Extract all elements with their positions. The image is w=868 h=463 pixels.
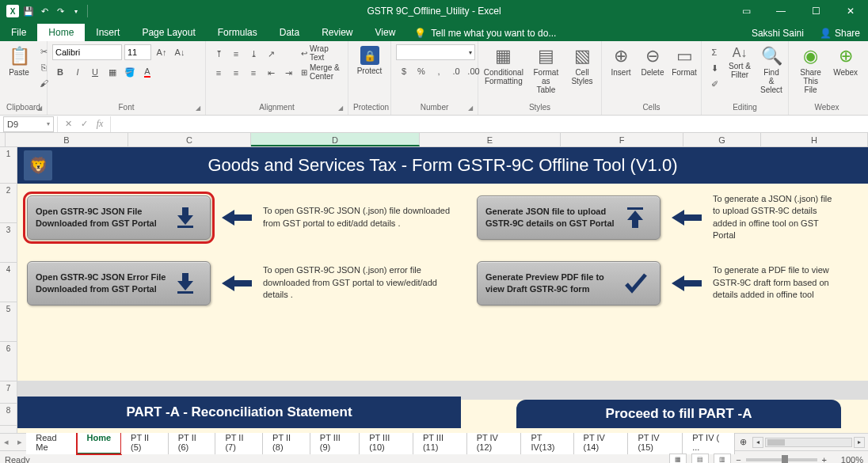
align-right-icon[interactable]: ≡	[246, 65, 261, 81]
dialog-launcher-icon[interactable]: ◢	[196, 104, 200, 112]
zoom-slider[interactable]	[746, 458, 817, 461]
sheet-tab[interactable]: PT III (10)	[360, 431, 413, 454]
maximize-icon[interactable]: ☐	[798, 0, 833, 22]
currency-icon[interactable]: $	[396, 63, 412, 79]
formula-bar[interactable]	[111, 116, 868, 132]
ribbon-tab-view[interactable]: View	[364, 24, 407, 41]
page-layout-view-icon[interactable]: ▤	[691, 454, 709, 464]
increase-indent-icon[interactable]: ⇥	[280, 65, 296, 81]
action-button[interactable]: Generate Preview PDF file to view Draft …	[477, 261, 661, 306]
sheet-tab[interactable]: Home	[77, 431, 121, 454]
ribbon-tab-review[interactable]: Review	[310, 24, 364, 41]
paste-button[interactable]: 📋 Paste	[5, 44, 33, 78]
clear-icon[interactable]: ✐	[706, 76, 722, 92]
merge-center-button[interactable]: ⊞Merge & Center	[301, 63, 343, 81]
align-left-icon[interactable]: ≡	[211, 65, 227, 81]
italic-icon[interactable]: I	[70, 64, 86, 80]
ribbon-tab-page-layout[interactable]: Page Layout	[131, 24, 206, 41]
sheet-tab[interactable]: PT II (7)	[215, 431, 263, 454]
sheet-tab[interactable]: PT IV(13)	[521, 431, 573, 454]
sheet-tab[interactable]: PT II (6)	[169, 431, 216, 454]
sheet-tab[interactable]: PT IV (15)	[628, 431, 683, 454]
orientation-icon[interactable]: ↗	[263, 46, 279, 62]
align-bottom-icon[interactable]: ⤓	[246, 46, 261, 62]
sheet-tab[interactable]: PT IV (12)	[467, 431, 522, 454]
decrease-indent-icon[interactable]: ⇤	[263, 65, 279, 81]
font-color-icon[interactable]: A	[139, 64, 155, 80]
action-button[interactable]: Generate JSON file to upload GSTR-9C det…	[477, 195, 661, 240]
fill-color-icon[interactable]: 🪣	[122, 64, 138, 80]
scroll-right-icon[interactable]: ▸	[854, 437, 865, 448]
percent-icon[interactable]: %	[413, 63, 429, 79]
decrease-font-icon[interactable]: A↓	[172, 44, 188, 60]
share-button[interactable]: 👤 Share	[812, 25, 868, 41]
underline-icon[interactable]: U	[87, 64, 103, 80]
number-format-select[interactable]: ▾	[396, 44, 475, 60]
format-as-table-button[interactable]: ▤Format as Table	[527, 44, 565, 96]
column-header[interactable]: H	[761, 133, 868, 146]
action-button[interactable]: Open GSTR-9C JSON Error File Downloaded …	[27, 261, 211, 306]
sheet-tab[interactable]: PT II (8)	[263, 431, 310, 454]
ribbon-options-icon[interactable]: ▭	[729, 0, 763, 22]
comma-icon[interactable]: ,	[431, 63, 447, 79]
fill-icon[interactable]: ⬇	[706, 60, 722, 76]
horizontal-scrollbar[interactable]	[765, 438, 852, 447]
row-header[interactable]: 4	[0, 263, 17, 302]
autosum-icon[interactable]: Σ	[706, 44, 722, 60]
row-header[interactable]: 7	[0, 381, 17, 404]
wrap-text-button[interactable]: ↩Wrap Text	[301, 44, 343, 62]
protect-button[interactable]: 🔒 Protect	[354, 44, 386, 77]
sheet-tab[interactable]: PT III (9)	[310, 431, 360, 454]
zoom-in-icon[interactable]: +	[822, 455, 827, 464]
border-icon[interactable]: ▦	[105, 64, 120, 80]
row-header[interactable]: 8	[0, 404, 17, 426]
row-header[interactable]: 6	[0, 342, 17, 381]
row-header[interactable]: 2	[0, 184, 17, 223]
find-select-button[interactable]: 🔍Find & Select	[757, 44, 786, 96]
column-header[interactable]: C	[128, 133, 251, 146]
increase-decimal-icon[interactable]: .0	[448, 63, 464, 79]
dialog-launcher-icon[interactable]: ◢	[338, 104, 343, 112]
ribbon-tab-insert[interactable]: Insert	[85, 24, 131, 41]
column-header[interactable]: E	[420, 133, 561, 146]
dialog-launcher-icon[interactable]: ◢	[468, 104, 473, 112]
row-header[interactable]: 5	[0, 302, 17, 342]
sheet-tab[interactable]: PT IV ( ...	[683, 431, 735, 454]
ribbon-tab-formulas[interactable]: Formulas	[207, 24, 268, 41]
sheet-content[interactable]: 🦁 Goods and Services Tax - Form GSTR-9C …	[17, 147, 868, 433]
tell-me-search[interactable]: 💡 Tell me what you want to do...	[406, 25, 564, 41]
action-button[interactable]: Open GSTR-9C JSON File Downloaded from G…	[27, 195, 211, 240]
column-header[interactable]: B	[6, 133, 128, 146]
increase-font-icon[interactable]: A↑	[154, 44, 169, 60]
sheet-tab[interactable]: PT III (11)	[413, 431, 467, 454]
proceed-button[interactable]: Proceed to fill PART -A	[516, 400, 841, 428]
save-icon[interactable]: 💾	[22, 5, 35, 17]
select-all-corner[interactable]	[0, 133, 6, 146]
cancel-formula-icon[interactable]: ✕	[61, 117, 75, 131]
name-box[interactable]: D9 ▾	[3, 116, 54, 132]
tab-nav-next-icon[interactable]: ▸	[13, 437, 27, 447]
account-name[interactable]: Sakshi Saini	[744, 25, 812, 41]
dialog-launcher-icon[interactable]: ◢	[37, 104, 42, 112]
normal-view-icon[interactable]: ▦	[669, 454, 687, 464]
webex-button[interactable]: ⊕Webex	[831, 44, 860, 78]
conditional-formatting-button[interactable]: ▦Conditional Formatting	[483, 44, 524, 87]
insert-cells-button[interactable]: ⊕Insert	[607, 44, 635, 78]
webex-share-button[interactable]: ◉Share This File	[794, 44, 828, 96]
row-header[interactable]: 3	[0, 223, 17, 263]
scroll-left-icon[interactable]: ◂	[752, 437, 763, 448]
minimize-icon[interactable]: —	[763, 0, 798, 22]
ribbon-tab-data[interactable]: Data	[268, 24, 310, 41]
zoom-level[interactable]: 100%	[832, 455, 863, 464]
ribbon-tab-file[interactable]: File	[0, 24, 37, 41]
qat-customize-icon[interactable]: ▾	[70, 5, 82, 17]
cell-styles-button[interactable]: ▧Cell Styles	[568, 44, 596, 87]
align-top-icon[interactable]: ⤒	[211, 46, 227, 62]
format-cells-button[interactable]: ▭Format	[670, 44, 699, 78]
column-header[interactable]: F	[561, 133, 683, 146]
zoom-out-icon[interactable]: −	[736, 455, 740, 464]
row-header[interactable]: 1	[0, 147, 17, 184]
sort-filter-button[interactable]: A↓Sort & Filter	[725, 44, 754, 81]
align-center-icon[interactable]: ≡	[228, 65, 244, 81]
column-header[interactable]: G	[683, 133, 761, 146]
